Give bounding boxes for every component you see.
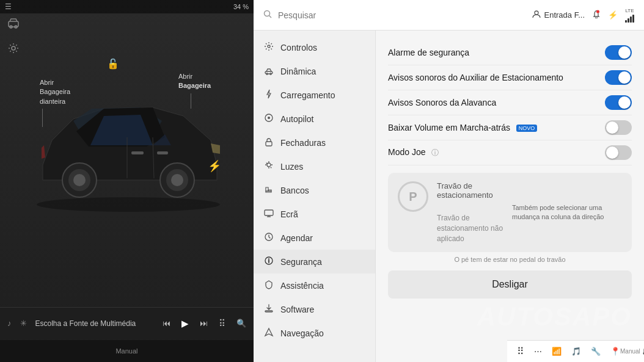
carregamento-label: Carregamento [280,90,335,100]
taskbar-right: 🌡 21.5 ° 🔊 › [640,341,644,363]
baixar-volume-toggle[interactable] [605,120,632,135]
main-content: Controlos Dinâmica [254,31,644,362]
foot-note: O pé tem de estar no pedal do travão [388,256,632,263]
sidebar-item-software[interactable]: Software [254,297,375,321]
bell-icon[interactable] [592,10,601,20]
media-source-label[interactable]: Escolha a Fonte de Multimédia [35,319,155,328]
avisos-alavanca-toggle[interactable] [605,95,632,110]
settings-icon[interactable] [5,40,22,57]
sidebar-item-assistencia[interactable]: Assistência [254,273,375,297]
avisos-alavanca-label: Avisos Sonoros da Alavanca [388,98,605,107]
avisos-sonoros-toggle[interactable] [605,70,632,85]
next-button[interactable]: ⏭ [200,319,208,328]
svg-point-20 [268,45,270,48]
novo-badge: NOVO [516,125,538,132]
right-taskbar: ⠿ ⋯ 📶 🎵 🔧 📍 Manual 🌡 21.5 ° 🔊 › [507,340,644,362]
parking-icon: P [398,181,428,212]
sidebar-item-agendar[interactable]: Agendar [254,226,375,250]
media-controls: ⏮ ▶ ⏭ ⠿ 🔍 [163,318,246,329]
sidebar-item-bancos[interactable]: Bancos [254,178,375,202]
user-label: Entrada F... [544,10,585,20]
svg-rect-27 [266,142,272,146]
svg-marker-43 [265,328,273,336]
sidebar-item-luzes[interactable]: Luzes [254,154,375,178]
search-bar: Entrada F... ⚡ LTE [254,0,644,31]
menu-icon[interactable]: ☰ [5,2,12,11]
taskbar-icon-4[interactable]: 🎵 [571,347,581,356]
svg-point-7 [73,174,86,186]
lte-label: LTE [625,8,634,13]
toggle-alarme: Alarme de segurança [388,40,632,65]
lock-icon: 🔓 [107,58,119,70]
svg-point-18 [535,11,538,15]
seguranca-label: Segurança [280,257,322,267]
header-right: Entrada F... ⚡ LTE [532,8,634,23]
fechaduras-label: Fechaduras [280,138,326,148]
parking-side-note: Também pode selecionar uma mudança na co… [512,203,622,222]
software-label: Software [280,305,314,314]
sidebar-item-autopilot[interactable]: Autopilot [254,107,375,131]
parking-status: Travão de estacionamento não aplicado [437,213,503,244]
desligar-button[interactable]: Desligar [388,270,632,299]
taskbar-icon-5[interactable]: 🔧 [591,347,601,356]
svg-point-16 [265,11,270,16]
taskbar-icon-6[interactable]: 📍 [610,347,620,356]
car-image: ⚡ [18,73,238,232]
taskbar-icon-3[interactable]: 📶 [552,347,562,356]
info-icon[interactable]: ⓘ [431,148,439,157]
svg-point-19 [596,10,599,13]
parking-card: P Travão de estacionamento Travão de est… [388,173,632,252]
play-button[interactable]: ▶ [181,318,189,329]
search-input[interactable] [278,10,526,20]
avisos-sonoros-label: Avisos sonoros do Auxiliar de Estacionam… [388,73,605,82]
sidebar-item-ecra[interactable]: Ecrã [254,202,375,226]
alarme-toggle[interactable] [605,45,632,60]
bancos-label: Bancos [280,186,309,195]
sidebar-item-seguranca[interactable]: Segurança [254,250,375,273]
luzes-icon [263,161,274,172]
toggle-baixar-volume: Baixar Volume em Marcha-atrás NOVO [388,115,632,140]
battery-percentage: 34 % [233,3,249,10]
svg-text:⚡: ⚡ [208,159,222,173]
svg-point-4 [37,197,220,212]
toggle-modo-joe: Modo Joe ⓘ [388,140,632,165]
car-icon[interactable] [5,15,22,32]
seguranca-icon [263,256,274,267]
modo-joe-label: Modo Joe ⓘ [388,147,605,158]
dinamica-icon [263,65,274,77]
sidebar-item-navegacao[interactable]: Navegação [254,321,375,345]
left-bottom-status: Manual [0,340,254,362]
taskbar-icon-2[interactable]: ⋯ [534,347,542,356]
svg-marker-24 [267,90,271,98]
agendar-label: Agendar [280,233,313,243]
sidebar-item-dinamica[interactable]: Dinâmica [254,59,375,83]
bluetooth-icon[interactable]: ⚡ [608,10,618,20]
user-icon [532,10,541,20]
search-media-button[interactable]: 🔍 [236,319,246,328]
svg-point-26 [268,117,270,119]
baixar-volume-label: Baixar Volume em Marcha-atrás NOVO [388,123,605,132]
dinamica-label: Dinâmica [280,67,316,76]
media-bar: ♪ ✳ Escolha a Fonte de Multimédia ⏮ ▶ ⏭ … [0,307,254,339]
sidebar-item-controlos[interactable]: Controlos [254,35,375,59]
left-panel: ☰ 34 % 🔓 Abrir Bagageira dianteira [0,0,254,362]
taskbar-icon-1[interactable]: ⠿ [517,346,524,357]
sidebar-item-fechaduras[interactable]: Fechaduras [254,131,375,154]
equalizer-button[interactable]: ⠿ [219,318,225,329]
flame-icon[interactable]: 🌡 [640,347,644,357]
navegacao-icon [263,327,274,339]
sidebar-item-carregamento[interactable]: Carregamento [254,83,375,107]
svg-rect-13 [131,151,144,154]
modo-joe-toggle[interactable] [605,145,632,160]
svg-point-10 [171,174,183,186]
taskbar-center: Manual [620,348,640,355]
toggle-avisos-sonoros: Avisos sonoros do Auxiliar de Estacionam… [388,65,632,90]
svg-line-33 [266,163,267,164]
music-note-icon: ♪ [7,319,12,328]
right-panel: Entrada F... ⚡ LTE [254,0,644,362]
ecra-icon [263,208,274,220]
prev-button[interactable]: ⏮ [163,319,170,328]
user-info[interactable]: Entrada F... [532,10,585,20]
autopilot-label: Autopilot [280,114,313,124]
controlos-label: Controlos [280,43,317,52]
